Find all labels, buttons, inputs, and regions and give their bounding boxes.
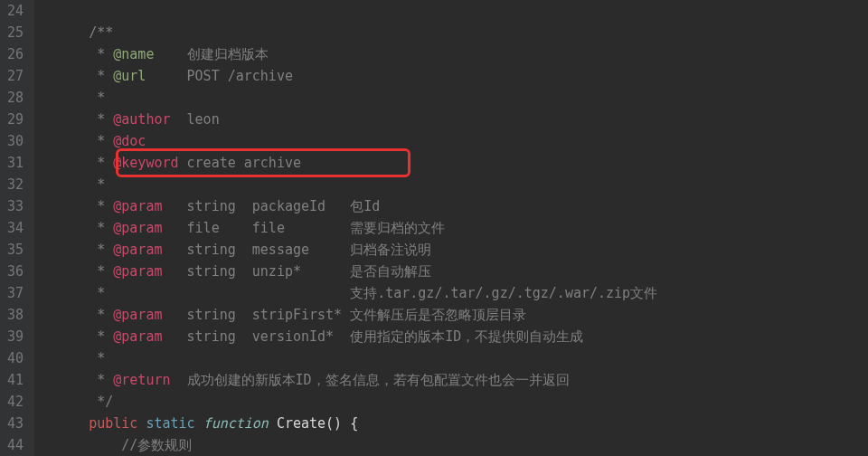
code-line[interactable] <box>56 0 868 22</box>
token: public <box>89 415 137 432</box>
token: * <box>97 111 113 128</box>
line-number: 35 <box>7 239 24 261</box>
token: * <box>97 155 113 171</box>
token: * <box>97 46 113 62</box>
code-line[interactable]: * @param string packageId 包Id <box>56 195 868 217</box>
line-number: 24 <box>7 0 24 22</box>
token: @param <box>113 307 162 323</box>
token: @doc <box>113 133 146 149</box>
token: * <box>97 242 113 258</box>
code-line[interactable]: * @param string versionId* 使用指定的版本ID，不提供… <box>56 326 868 347</box>
token: create archive <box>179 155 301 171</box>
line-number: 44 <box>7 434 24 456</box>
code-line[interactable]: * <box>56 87 868 109</box>
code-editor: 2425262728293031323334353637383940414243… <box>0 0 868 456</box>
code-line[interactable]: * @doc <box>56 130 868 152</box>
line-number: 29 <box>7 109 24 130</box>
code-line[interactable]: * 支持.tar.gz/.tar/.gz/.tgz/.war/.zip文件 <box>56 282 868 304</box>
code-line[interactable]: * @return 成功创建的新版本ID，签名信息，若有包配置文件也会一并返回 <box>56 369 868 391</box>
token: @url <box>113 68 146 84</box>
token: @keyword <box>113 155 178 171</box>
token: () <box>326 415 342 432</box>
token: /** <box>89 24 113 41</box>
line-number: 34 <box>7 217 24 239</box>
token: * <box>97 263 113 280</box>
line-number: 26 <box>7 43 24 65</box>
token: @param <box>113 328 162 345</box>
token: * <box>97 90 105 106</box>
line-number: 43 <box>7 413 24 434</box>
token: { <box>350 415 358 432</box>
token: file file 需要归档的文件 <box>162 220 445 236</box>
token: string packageId 包Id <box>162 198 380 214</box>
token: * <box>97 350 105 366</box>
code-line[interactable]: * @url POST /archive <box>56 65 868 87</box>
code-line[interactable]: * @param string message 归档备注说明 <box>56 239 868 261</box>
line-number: 25 <box>7 22 24 43</box>
token: function <box>203 415 269 432</box>
token: @author <box>113 111 170 128</box>
token: * <box>97 328 113 345</box>
line-number: 37 <box>7 282 24 304</box>
token: //参数规则 <box>121 437 192 453</box>
code-line[interactable]: * @author leon <box>56 109 868 130</box>
code-line[interactable]: * <box>56 174 868 195</box>
line-number: 30 <box>7 130 24 152</box>
line-number: 42 <box>7 391 24 413</box>
token: 成功创建的新版本ID，签名信息，若有包配置文件也会一并返回 <box>171 372 570 388</box>
token: Create <box>277 415 326 432</box>
line-number: 38 <box>7 304 24 326</box>
token <box>195 415 203 432</box>
line-number: 41 <box>7 369 24 391</box>
line-number: 36 <box>7 261 24 282</box>
code-line[interactable]: * @param file file 需要归档的文件 <box>56 217 868 239</box>
code-area[interactable]: /** * @name 创建归档版本 * @url POST /archive … <box>34 0 868 456</box>
token: * <box>97 372 113 388</box>
token: */ <box>97 394 113 410</box>
token: * <box>97 220 113 236</box>
line-number: 39 <box>7 326 24 347</box>
token: * <box>97 176 105 193</box>
line-number: 27 <box>7 65 24 87</box>
line-number: 40 <box>7 347 24 369</box>
token: @param <box>113 198 162 214</box>
token: * <box>97 133 113 149</box>
line-number: 33 <box>7 195 24 217</box>
token <box>269 415 277 432</box>
code-line[interactable]: * @keyword create archive <box>56 152 868 174</box>
line-number: 31 <box>7 152 24 174</box>
token: @param <box>113 242 162 258</box>
code-line[interactable]: //参数规则 <box>56 434 868 456</box>
token: * <box>97 307 113 323</box>
code-line[interactable]: * @param string unzip* 是否自动解压 <box>56 261 868 282</box>
token <box>342 415 350 432</box>
token: @return <box>113 372 170 388</box>
code-line[interactable]: * @name 创建归档版本 <box>56 43 868 65</box>
token: string versionId* 使用指定的版本ID，不提供则自动生成 <box>162 328 583 345</box>
token: @name <box>113 46 154 62</box>
token: POST /archive <box>146 68 293 84</box>
code-line[interactable]: public static function Create() { <box>56 413 868 434</box>
code-line[interactable]: /** <box>56 22 868 43</box>
code-line[interactable]: * <box>56 347 868 369</box>
token: string stripFirst* 文件解压后是否忽略顶层目录 <box>162 307 526 323</box>
token: leon <box>171 111 220 128</box>
line-number: 28 <box>7 87 24 109</box>
code-line[interactable]: * @param string stripFirst* 文件解压后是否忽略顶层目… <box>56 304 868 326</box>
token: @param <box>113 263 162 280</box>
line-number: 32 <box>7 174 24 195</box>
code-line[interactable]: */ <box>56 391 868 413</box>
token: * <box>97 198 113 214</box>
token: static <box>146 415 194 432</box>
token: @param <box>113 220 162 236</box>
token: * 支持.tar.gz/.tar/.gz/.tgz/.war/.zip文件 <box>97 285 657 301</box>
token: 创建归档版本 <box>154 46 268 62</box>
token: * <box>97 68 113 84</box>
token: string unzip* 是否自动解压 <box>162 263 431 280</box>
line-number-gutter: 2425262728293031323334353637383940414243… <box>0 0 34 456</box>
token: string message 归档备注说明 <box>162 242 431 258</box>
